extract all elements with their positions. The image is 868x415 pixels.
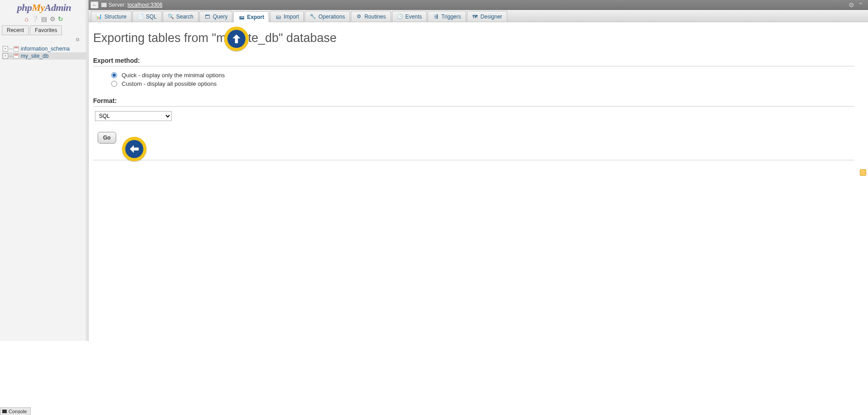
logo-php: php bbox=[17, 2, 32, 13]
tab-events[interactable]: 🕒Events bbox=[392, 11, 427, 22]
tab-routines[interactable]: ⚙Routines bbox=[351, 11, 391, 22]
tab-label: Routines bbox=[364, 14, 386, 20]
tree-item-my-site-db[interactable]: + my_site_db bbox=[2, 52, 86, 60]
unlink-icon[interactable]: ⧉ bbox=[0, 35, 88, 44]
page-content: Exporting tables from "my_site_db" datab… bbox=[89, 22, 868, 341]
triggers-icon: ⇶ bbox=[433, 14, 439, 20]
sql-icon: 📄 bbox=[137, 14, 144, 20]
server-icon bbox=[101, 3, 107, 7]
logo-my: My bbox=[32, 2, 44, 13]
export-method-heading: Export method: bbox=[93, 57, 854, 66]
format-select[interactable]: SQL bbox=[95, 111, 172, 121]
go-button[interactable]: Go bbox=[98, 132, 116, 144]
page-settings-icon[interactable]: ⚙ bbox=[849, 1, 854, 9]
back-button[interactable]: ← bbox=[90, 1, 99, 9]
docs-icon[interactable]: ▤ bbox=[41, 15, 47, 23]
structure-icon: 📊 bbox=[96, 14, 102, 20]
tab-structure[interactable]: 📊Structure bbox=[91, 11, 132, 22]
logo-admin: Admin bbox=[45, 2, 71, 13]
logo[interactable]: phpMyAdmin bbox=[0, 0, 88, 14]
tab-label: Events bbox=[406, 14, 422, 20]
tree-item-information-schema[interactable]: + information_schema bbox=[2, 45, 86, 52]
tab-label: Import bbox=[283, 14, 299, 20]
tab-import[interactable]: 🖴Import bbox=[270, 11, 304, 22]
navigation-settings-icon[interactable]: ⚙ bbox=[50, 15, 56, 23]
server-breadcrumb[interactable]: Server: localhost:3306 bbox=[108, 2, 162, 8]
server-host[interactable]: localhost:3306 bbox=[127, 2, 162, 8]
radio-custom[interactable] bbox=[111, 81, 117, 87]
reload-icon[interactable]: ↻ bbox=[58, 15, 63, 23]
tab-label: Designer bbox=[481, 14, 502, 20]
expand-icon[interactable]: + bbox=[3, 53, 8, 59]
main-area: ← Server: localhost:3306 ⚙ ⌃ 📊Structure … bbox=[89, 0, 868, 341]
database-tree: + information_schema + my_site_db bbox=[0, 44, 88, 61]
designer-icon: 🗺 bbox=[472, 14, 478, 20]
radio-custom-label[interactable]: Custom - display all possible options bbox=[122, 80, 217, 87]
routines-icon: ⚙ bbox=[356, 14, 362, 20]
radio-quick[interactable] bbox=[111, 72, 117, 78]
operations-icon: 🔧 bbox=[310, 14, 316, 20]
expand-icon[interactable]: + bbox=[3, 46, 8, 51]
radio-quick-label[interactable]: Quick - display only the minimal options bbox=[122, 72, 225, 79]
topbar: ← Server: localhost:3306 ⚙ ⌃ bbox=[89, 0, 868, 10]
tab-label: Query bbox=[213, 14, 228, 20]
database-icon bbox=[14, 46, 19, 51]
tab-label: Structure bbox=[104, 14, 127, 20]
tab-export[interactable]: 🖴Export bbox=[233, 11, 269, 22]
annotation-arrow-up bbox=[224, 27, 249, 51]
tab-label: Operations bbox=[318, 14, 345, 20]
collapse-icon[interactable]: ⌃ bbox=[858, 1, 863, 9]
sidebar: phpMyAdmin ⌂ ❔ ▤ ⚙ ↻ Recent Favorites ⧉ … bbox=[0, 0, 89, 341]
tab-recent[interactable]: Recent bbox=[2, 25, 29, 35]
tree-item-label: information_schema bbox=[21, 46, 70, 52]
sidebar-tabs: Recent Favorites bbox=[0, 25, 88, 35]
tab-operations[interactable]: 🔧Operations bbox=[305, 11, 350, 22]
annotation-arrow-left bbox=[122, 137, 146, 161]
format-heading: Format: bbox=[93, 97, 854, 107]
tab-query[interactable]: 🗔Query bbox=[199, 11, 233, 22]
export-method-group: Quick - display only the minimal options… bbox=[93, 71, 854, 97]
home-icon[interactable]: ⌂ bbox=[25, 15, 28, 23]
tab-label: Export bbox=[247, 14, 264, 20]
sidebar-quick-icons: ⌂ ❔ ▤ ⚙ ↻ bbox=[0, 14, 88, 25]
main-tabs: 📊Structure 📄SQL 🔍Search 🗔Query 🖴Export 🖴… bbox=[89, 10, 868, 22]
server-label: Server: bbox=[108, 2, 126, 8]
tab-label: SQL bbox=[146, 14, 157, 20]
tab-triggers[interactable]: ⇶Triggers bbox=[428, 11, 466, 22]
tab-sql[interactable]: 📄SQL bbox=[132, 11, 162, 22]
tree-item-label: my_site_db bbox=[21, 53, 48, 59]
export-icon: 🖴 bbox=[238, 14, 245, 20]
tab-label: Search bbox=[176, 14, 193, 20]
query-icon: 🗔 bbox=[204, 14, 211, 20]
database-icon bbox=[14, 53, 19, 59]
search-icon: 🔍 bbox=[168, 14, 174, 20]
help-icon[interactable]: ❔ bbox=[31, 15, 39, 23]
import-icon: 🖴 bbox=[275, 14, 281, 20]
tab-favorites[interactable]: Favorites bbox=[30, 25, 62, 35]
page-title: Exporting tables from "my_site_db" datab… bbox=[93, 31, 854, 45]
tab-search[interactable]: 🔍Search bbox=[163, 11, 198, 22]
bookmark-icon[interactable] bbox=[860, 169, 866, 176]
tab-label: Triggers bbox=[441, 14, 461, 20]
tab-designer[interactable]: 🗺Designer bbox=[467, 11, 507, 22]
events-icon: 🕒 bbox=[397, 14, 403, 20]
